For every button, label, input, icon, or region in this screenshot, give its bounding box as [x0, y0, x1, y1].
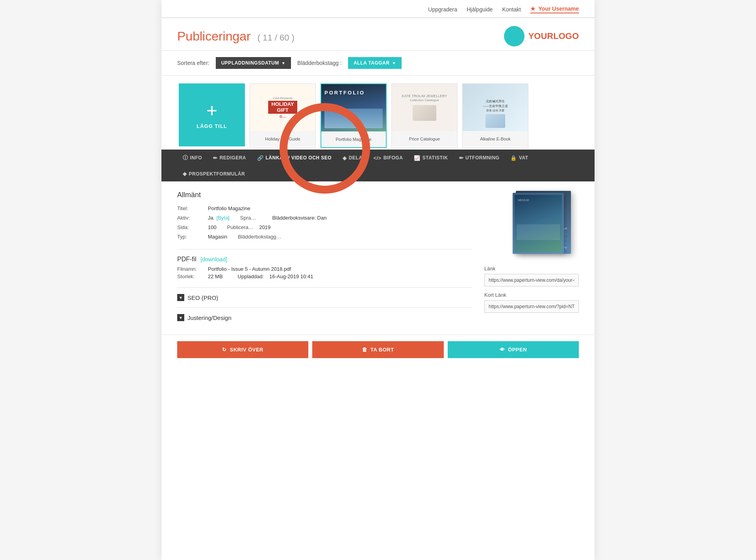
info-published-label: Publicera… [227, 224, 255, 230]
info-title-row: Titel: Portfolio Magazine [177, 205, 472, 211]
pub-card-portfolio[interactable]: PORTFOLIO 🔍 Öppe... ⚙ Portfolio Magazine [321, 83, 387, 148]
info-title-label: Titel: [177, 205, 205, 211]
pub-title-alkaline: Alkaline E-Book [463, 131, 528, 147]
search-icon: 🔍 [328, 107, 333, 113]
share-icon: ◆ [343, 155, 347, 161]
design-toggle[interactable]: ▼ Justering/Design [177, 314, 472, 321]
tabs-row: ⓘ INFO ✏ REDIGERA 🔗 LÄNKAR / VIDEO OCH S… [161, 150, 595, 181]
pub-title-portfolio: Portfolio Magazine [321, 131, 386, 147]
detail-columns: Allmänt Titel: Portfolio Magazine Aktiv:… [177, 191, 579, 321]
detail-left: Allmänt Titel: Portfolio Magazine Aktiv:… [177, 191, 472, 321]
plus-icon: + [206, 101, 217, 120]
pdf-size-label: Storlek: [177, 274, 205, 279]
open-alkaline-btn[interactable]: 🔍 [466, 105, 478, 114]
pdf-size-row: Storlek: 22 MB Uppladdad: 16-Aug-2019 10… [177, 274, 472, 279]
tab-prospect[interactable]: ◆ PROSPEKTFORMULÄR [177, 166, 250, 181]
tag-arrow-icon: ▼ [392, 61, 396, 65]
open-button[interactable]: 👁 ÖPPEN [448, 341, 579, 358]
pdf-size-value: 22 MB [208, 274, 223, 279]
pub-thumb-portfolio: PORTFOLIO 🔍 Öppe... ⚙ [321, 84, 386, 131]
open-price-btn[interactable]: 🔍 [395, 105, 407, 114]
seo-collapse-icon: ▼ [177, 294, 184, 301]
nav-upgrade[interactable]: Uppgradera [428, 6, 457, 13]
settings-portfolio-btn[interactable]: ⚙ [373, 106, 383, 114]
tab-stats[interactable]: 📈 STATISTIK [408, 150, 453, 166]
pub-thumb-price: KATE TROLIM JEWELLERYCollection Catalogu… [392, 84, 457, 131]
short-link-input[interactable] [484, 300, 579, 313]
prospect-icon: ◆ [183, 171, 187, 177]
sort-label: Sortera efter: [177, 60, 209, 66]
sort-button[interactable]: UPPLADDNINGSDATUM ▼ [216, 57, 291, 69]
open-holiday-btn[interactable]: 🔍 Öppe... [253, 105, 280, 114]
settings-alkaline-btn[interactable]: ⚙ [515, 105, 525, 114]
search-icon: 🔍 [469, 107, 474, 112]
tab-share[interactable]: ◆ DELA [337, 150, 368, 166]
info-pages-row: Sida: 100 Publicera… 2019 [177, 224, 472, 230]
design-icon: ✏ [459, 155, 464, 161]
tab-vat[interactable]: 🔒 VAT [505, 150, 534, 166]
settings-price-btn[interactable]: ⚙ [445, 105, 454, 114]
tab-info[interactable]: ⓘ INFO [177, 150, 208, 166]
info-pages-value: 100 [208, 224, 217, 230]
info-lang-label: Spra… [240, 215, 268, 221]
seo-section: ▼ SEO (PRO) [177, 287, 472, 301]
pdf-section: PDF-fil [download] Filnamn: Portfolio - … [177, 249, 472, 279]
eye-icon: 👁 [500, 347, 505, 353]
tab-edit[interactable]: ✏ REDIGERA [208, 150, 252, 166]
bottom-buttons: ↻ SKRIV ÖVER 🗑 TA BORT 👁 ÖPPEN [161, 335, 595, 364]
info-viewer-label: Blädderboksvisare: Dan [271, 215, 327, 221]
edit-icon: ✏ [213, 155, 218, 161]
nav-contact[interactable]: Kontakt [502, 6, 521, 13]
page-header: Publiceringar ( 11 / 60 ) YOURLOGO [161, 18, 595, 50]
pdf-filename-label: Filnamn: [177, 266, 205, 272]
info-title-value: Portfolio Magazine [208, 205, 250, 211]
design-collapse-icon: ▼ [177, 314, 184, 321]
info-tags-label: Blädderbokstagg… [238, 234, 282, 240]
info-icon: ⓘ [183, 154, 188, 161]
logo-circle [504, 26, 524, 46]
nav-username[interactable]: ★ Your Username [530, 6, 579, 13]
tab-embed[interactable]: </> BIFOGA [368, 150, 408, 166]
embed-icon: </> [373, 155, 381, 161]
pdf-download-link[interactable]: [download] [200, 256, 227, 262]
pdf-filename-value: Portfolio - Issue 5 - Autumn 2018.pdf [208, 266, 291, 272]
open-portfolio-btn[interactable]: 🔍 Öppe... [324, 106, 352, 114]
info-type-value: Magasin [208, 234, 227, 240]
tab-links[interactable]: 🔗 LÄNKAR / VIDEO OCH SEO [252, 150, 337, 166]
stats-icon: 📈 [414, 155, 421, 161]
page-title: Publiceringar ( 11 / 60 ) [177, 29, 295, 44]
link-icon: 🔗 [257, 155, 264, 161]
settings-holiday-btn[interactable]: ⚙ [303, 105, 312, 114]
publications-grid: + LÄGG TILL CAA Rewards HOLIDAYGIFT G… 🔍… [177, 82, 579, 150]
info-active-label: Aktiv: [177, 215, 205, 221]
pub-card-price[interactable]: KATE TROLIM JEWELLERYCollection Catalogu… [391, 83, 458, 148]
info-active-link[interactable]: [Byta] [217, 215, 230, 221]
logo-area: YOURLOGO [504, 26, 579, 46]
nav-help[interactable]: Hjälpguide [467, 6, 493, 13]
add-publication-card[interactable]: + LÄGG TILL [179, 83, 245, 146]
info-pages-label: Sida: [177, 224, 205, 230]
general-section: Allmänt Titel: Portfolio Magazine Aktiv:… [177, 191, 472, 241]
tab-design[interactable]: ✏ UTFORMNING [454, 150, 505, 166]
search-icon: 🔍 [256, 107, 262, 112]
refresh-icon: ↻ [222, 347, 227, 353]
overwrite-button[interactable]: ↻ SKRIV ÖVER [177, 341, 308, 358]
info-type-label: Typ: [177, 234, 205, 240]
tag-button[interactable]: ALLA TAGGAR ▼ [348, 57, 402, 69]
short-link-label: Kort Länk [484, 292, 579, 298]
pdf-title: PDF-fil [download] [177, 256, 472, 263]
sort-arrow-icon: ▼ [282, 61, 285, 65]
link-input[interactable] [484, 274, 579, 286]
pub-card-holiday[interactable]: CAA Rewards HOLIDAYGIFT G… 🔍 Öppe... ⚙ H… [250, 83, 316, 148]
link-label: Länk [484, 266, 579, 272]
links-section: Länk Kort Länk [484, 266, 579, 318]
design-title: Justering/Design [187, 314, 232, 321]
trash-icon: 🗑 [362, 347, 367, 353]
pdf-filename-row: Filnamn: Portfolio - Issue 5 - Autumn 20… [177, 266, 472, 272]
pdf-upload-value: 16-Aug-2019 10:41 [269, 274, 313, 279]
logo-text: YOURLOGO [528, 31, 579, 41]
delete-button[interactable]: 🗑 TA BORT [312, 341, 443, 358]
logo-your: YOUR [528, 31, 554, 41]
pub-card-alkaline[interactable]: 北欧碱式养生——生命半衡之道饮食 运动 关爱 🔍 ⚙ Alkaline E-Bo… [462, 83, 528, 148]
seo-toggle[interactable]: ▼ SEO (PRO) [177, 294, 472, 301]
